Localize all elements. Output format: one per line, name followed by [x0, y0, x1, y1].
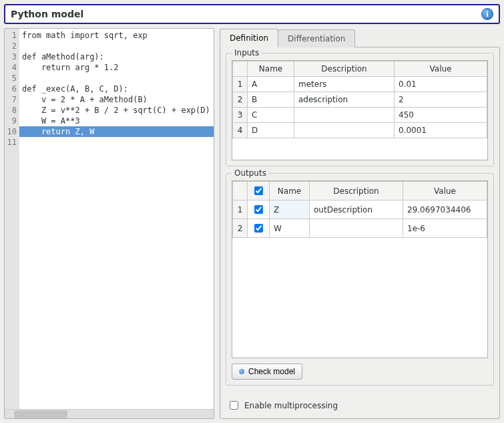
enable-multiprocessing-row[interactable]: Enable multiprocessing [226, 398, 494, 413]
code-editor[interactable]: 1234567891011 from math import sqrt, exp… [4, 28, 214, 419]
input-name-cell[interactable]: D [248, 123, 294, 138]
code-line[interactable]: v = 2 * A + aMethod(B) [22, 94, 214, 105]
table-row[interactable]: 1Ameters0.01 [233, 77, 487, 92]
python-model-panel: Python model i 1234567891011 from math i… [0, 0, 504, 423]
input-description-cell[interactable] [294, 108, 395, 123]
tab-bar: Definition Differentiation [220, 28, 500, 47]
output-value-cell[interactable]: 1e-6 [403, 219, 487, 238]
editor-horizontal-scrollbar[interactable] [5, 409, 214, 418]
inputs-legend: Inputs [232, 48, 262, 57]
output-check-cell[interactable] [248, 219, 270, 238]
outputs-header-rownum [233, 182, 248, 200]
row-number: 2 [233, 92, 248, 108]
input-description-cell[interactable] [294, 123, 395, 138]
gutter-line: 5 [6, 73, 17, 84]
inputs-table[interactable]: Name Description Value 1Ameters0.012Bade… [232, 61, 487, 138]
output-check-cell[interactable] [248, 200, 270, 219]
code-line[interactable] [22, 137, 214, 148]
check-model-label: Check model [248, 367, 295, 376]
check-model-icon [239, 369, 244, 374]
input-value-cell[interactable]: 0.01 [395, 77, 487, 92]
input-description-cell[interactable]: adescription [294, 92, 395, 108]
code-line[interactable]: return arg * 1.2 [22, 62, 214, 73]
outputs-table-wrap[interactable]: Name Description Value 1ZoutDescription2… [232, 180, 488, 358]
table-row[interactable]: 3C450 [233, 108, 487, 123]
body-split: 1234567891011 from math import sqrt, exp… [4, 28, 500, 419]
row-number: 1 [233, 77, 248, 92]
table-row[interactable]: 4D0.0001 [233, 123, 487, 138]
table-row[interactable]: 1ZoutDescription29.0697034406 [233, 200, 487, 219]
outputs-legend: Outputs [232, 168, 269, 178]
code-line[interactable]: W = A**3 [22, 116, 214, 126]
output-row-checkbox[interactable] [254, 205, 263, 214]
outputs-button-row: Check model [232, 364, 488, 380]
table-row[interactable]: 2Badescription2 [233, 92, 487, 108]
code-line[interactable]: from math import sqrt, exp [22, 30, 214, 41]
gutter-line: 11 [6, 137, 17, 148]
row-number: 3 [233, 108, 248, 123]
input-name-cell[interactable]: C [248, 108, 294, 123]
output-name-cell[interactable]: Z [270, 200, 310, 219]
right-panel: Definition Differentiation Inputs Name [220, 28, 500, 419]
tab-definition[interactable]: Definition [220, 29, 278, 47]
check-model-button[interactable]: Check model [232, 364, 302, 380]
code-line[interactable]: return Z, W [19, 126, 214, 137]
output-row-checkbox[interactable] [254, 224, 263, 233]
outputs-check-all[interactable] [254, 186, 263, 195]
gutter-line: 2 [6, 41, 17, 51]
outputs-header-value[interactable]: Value [403, 182, 487, 200]
scrollbar-thumb[interactable] [14, 410, 67, 418]
gutter-line: 3 [6, 51, 17, 62]
gutter-line: 10 [6, 126, 17, 137]
code-line[interactable]: def aMethod(arg): [22, 51, 214, 62]
inputs-header-name[interactable]: Name [248, 61, 294, 77]
inputs-header-description[interactable]: Description [294, 61, 395, 77]
output-name-cell[interactable]: W [270, 219, 310, 238]
info-icon[interactable]: i [481, 8, 493, 20]
title-bar: Python model i [4, 4, 500, 24]
row-number: 1 [233, 200, 248, 219]
output-description-cell[interactable]: outDescription [310, 200, 403, 219]
gutter-line: 6 [6, 84, 17, 94]
gutter-line: 7 [6, 94, 17, 105]
outputs-header-check[interactable] [248, 182, 270, 200]
panel-title: Python model [11, 9, 481, 19]
input-value-cell[interactable]: 0.0001 [395, 123, 487, 138]
output-description-cell[interactable] [310, 219, 403, 238]
input-description-cell[interactable]: meters [294, 77, 395, 92]
code-line[interactable] [22, 73, 214, 84]
enable-multiprocessing-label: Enable multiprocessing [244, 401, 338, 410]
input-name-cell[interactable]: A [248, 77, 294, 92]
inputs-table-wrap[interactable]: Name Description Value 1Ameters0.012Bade… [232, 60, 488, 160]
inputs-header-value[interactable]: Value [395, 61, 487, 77]
gutter-line: 8 [6, 105, 17, 116]
code-gutter: 1234567891011 [5, 29, 19, 409]
code-line[interactable] [22, 41, 214, 51]
outputs-group: Outputs Name Description [226, 173, 494, 386]
row-number: 4 [233, 123, 248, 138]
tab-differentiation[interactable]: Differentiation [278, 29, 355, 47]
outputs-header-name[interactable]: Name [270, 182, 310, 200]
gutter-line: 1 [6, 30, 17, 41]
input-value-cell[interactable]: 450 [395, 108, 487, 123]
enable-multiprocessing-checkbox[interactable] [230, 401, 238, 410]
inputs-header-rownum [233, 61, 248, 77]
code-area[interactable]: from math import sqrt, expdef aMethod(ar… [19, 29, 214, 409]
gutter-line: 4 [6, 62, 17, 73]
input-name-cell[interactable]: B [248, 92, 294, 108]
row-number: 2 [233, 219, 248, 238]
code-line[interactable]: def _exec(A, B, C, D): [22, 84, 214, 94]
inputs-group: Inputs Name Description Value [226, 53, 494, 166]
code-line[interactable]: Z = v**2 + B / 2 + sqrt(C) + exp(D) [22, 105, 214, 116]
outputs-table[interactable]: Name Description Value 1ZoutDescription2… [232, 181, 487, 238]
outputs-header-description[interactable]: Description [310, 182, 403, 200]
input-value-cell[interactable]: 2 [395, 92, 487, 108]
output-value-cell[interactable]: 29.0697034406 [403, 200, 487, 219]
table-row[interactable]: 2W1e-6 [233, 219, 487, 238]
tab-page-definition: Inputs Name Description Value [220, 47, 500, 419]
gutter-line: 9 [6, 116, 17, 126]
